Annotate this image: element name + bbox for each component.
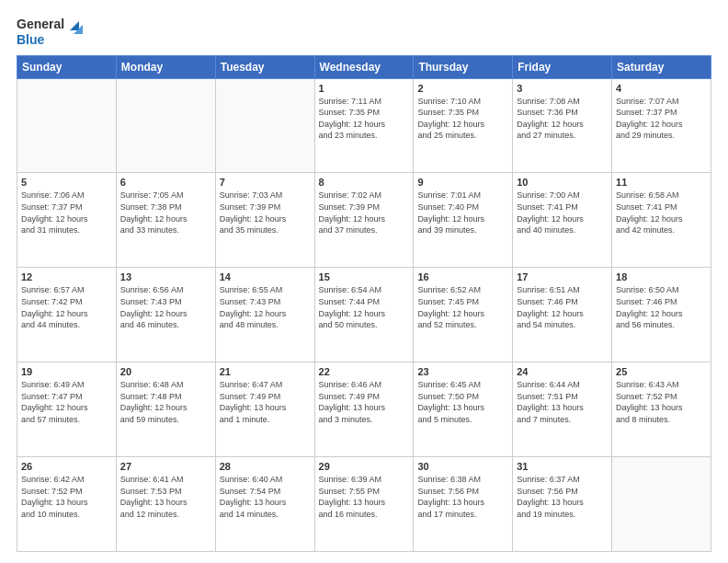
header: General Blue bbox=[17, 17, 711, 48]
day-number: 18 bbox=[616, 271, 707, 282]
day-info: Sunrise: 6:58 AM Sunset: 7:41 PM Dayligh… bbox=[616, 190, 707, 236]
day-number: 22 bbox=[319, 366, 410, 377]
col-tuesday: Tuesday bbox=[215, 55, 314, 78]
table-row: 8Sunrise: 7:02 AM Sunset: 7:39 PM Daylig… bbox=[314, 173, 414, 268]
logo-general: General bbox=[17, 17, 64, 32]
calendar-week-row: 5Sunrise: 7:06 AM Sunset: 7:37 PM Daylig… bbox=[17, 173, 711, 268]
table-row: 10Sunrise: 7:00 AM Sunset: 7:41 PM Dayli… bbox=[513, 173, 612, 268]
day-number: 29 bbox=[319, 461, 410, 472]
day-info: Sunrise: 6:45 AM Sunset: 7:50 PM Dayligh… bbox=[417, 379, 508, 425]
day-info: Sunrise: 6:38 AM Sunset: 7:56 PM Dayligh… bbox=[417, 474, 508, 520]
table-row: 5Sunrise: 7:06 AM Sunset: 7:37 PM Daylig… bbox=[17, 173, 117, 268]
table-row: 18Sunrise: 6:50 AM Sunset: 7:46 PM Dayli… bbox=[612, 268, 711, 362]
day-info: Sunrise: 6:54 AM Sunset: 7:44 PM Dayligh… bbox=[319, 284, 410, 330]
day-number: 12 bbox=[21, 271, 112, 282]
table-row: 31Sunrise: 6:37 AM Sunset: 7:56 PM Dayli… bbox=[513, 457, 612, 552]
table-row: 23Sunrise: 6:45 AM Sunset: 7:50 PM Dayli… bbox=[414, 362, 513, 457]
table-row: 21Sunrise: 6:47 AM Sunset: 7:49 PM Dayli… bbox=[215, 362, 314, 457]
col-thursday: Thursday bbox=[414, 55, 513, 78]
day-info: Sunrise: 7:06 AM Sunset: 7:37 PM Dayligh… bbox=[21, 190, 112, 236]
table-row: 12Sunrise: 6:57 AM Sunset: 7:42 PM Dayli… bbox=[17, 268, 117, 362]
table-row: 14Sunrise: 6:55 AM Sunset: 7:43 PM Dayli… bbox=[215, 268, 314, 362]
table-row: 13Sunrise: 6:56 AM Sunset: 7:43 PM Dayli… bbox=[116, 268, 215, 362]
day-number: 23 bbox=[417, 366, 508, 377]
table-row: 28Sunrise: 6:40 AM Sunset: 7:54 PM Dayli… bbox=[215, 457, 314, 552]
day-number: 19 bbox=[21, 366, 112, 377]
table-row bbox=[612, 457, 711, 552]
day-number: 21 bbox=[220, 366, 311, 377]
day-info: Sunrise: 6:46 AM Sunset: 7:49 PM Dayligh… bbox=[319, 379, 410, 425]
calendar-week-row: 12Sunrise: 6:57 AM Sunset: 7:42 PM Dayli… bbox=[17, 268, 711, 362]
day-info: Sunrise: 6:51 AM Sunset: 7:46 PM Dayligh… bbox=[517, 284, 608, 330]
day-number: 26 bbox=[21, 461, 112, 472]
day-number: 7 bbox=[220, 177, 311, 188]
day-number: 14 bbox=[220, 271, 311, 282]
table-row: 22Sunrise: 6:46 AM Sunset: 7:49 PM Dayli… bbox=[314, 362, 414, 457]
day-number: 13 bbox=[120, 271, 211, 282]
day-info: Sunrise: 6:44 AM Sunset: 7:51 PM Dayligh… bbox=[517, 379, 608, 425]
day-number: 11 bbox=[616, 177, 707, 188]
day-info: Sunrise: 6:42 AM Sunset: 7:52 PM Dayligh… bbox=[21, 474, 112, 520]
day-info: Sunrise: 7:11 AM Sunset: 7:35 PM Dayligh… bbox=[319, 96, 410, 142]
table-row: 20Sunrise: 6:48 AM Sunset: 7:48 PM Dayli… bbox=[116, 362, 215, 457]
day-info: Sunrise: 7:08 AM Sunset: 7:36 PM Dayligh… bbox=[517, 96, 608, 142]
svg-marker-0 bbox=[70, 21, 79, 30]
calendar-header-row: Sunday Monday Tuesday Wednesday Thursday… bbox=[17, 55, 711, 78]
col-wednesday: Wednesday bbox=[314, 55, 414, 78]
table-row: 7Sunrise: 7:03 AM Sunset: 7:39 PM Daylig… bbox=[215, 173, 314, 268]
day-info: Sunrise: 7:03 AM Sunset: 7:39 PM Dayligh… bbox=[220, 190, 311, 236]
day-number: 3 bbox=[517, 83, 608, 94]
day-number: 4 bbox=[616, 83, 707, 94]
day-info: Sunrise: 7:01 AM Sunset: 7:40 PM Dayligh… bbox=[417, 190, 508, 236]
calendar-table: Sunday Monday Tuesday Wednesday Thursday… bbox=[17, 55, 711, 552]
day-info: Sunrise: 7:10 AM Sunset: 7:35 PM Dayligh… bbox=[417, 96, 508, 142]
day-info: Sunrise: 7:02 AM Sunset: 7:39 PM Dayligh… bbox=[319, 190, 410, 236]
day-number: 20 bbox=[120, 366, 211, 377]
table-row: 26Sunrise: 6:42 AM Sunset: 7:52 PM Dayli… bbox=[17, 457, 117, 552]
day-info: Sunrise: 6:57 AM Sunset: 7:42 PM Dayligh… bbox=[21, 284, 112, 330]
table-row: 6Sunrise: 7:05 AM Sunset: 7:38 PM Daylig… bbox=[116, 173, 215, 268]
calendar-week-row: 1Sunrise: 7:11 AM Sunset: 7:35 PM Daylig… bbox=[17, 78, 711, 173]
table-row: 30Sunrise: 6:38 AM Sunset: 7:56 PM Dayli… bbox=[414, 457, 513, 552]
day-number: 16 bbox=[417, 271, 508, 282]
day-info: Sunrise: 6:41 AM Sunset: 7:53 PM Dayligh… bbox=[120, 474, 211, 520]
day-number: 27 bbox=[120, 461, 211, 472]
table-row: 2Sunrise: 7:10 AM Sunset: 7:35 PM Daylig… bbox=[414, 78, 513, 173]
day-info: Sunrise: 6:56 AM Sunset: 7:43 PM Dayligh… bbox=[120, 284, 211, 330]
table-row: 29Sunrise: 6:39 AM Sunset: 7:55 PM Dayli… bbox=[314, 457, 414, 552]
day-number: 5 bbox=[21, 177, 112, 188]
table-row: 9Sunrise: 7:01 AM Sunset: 7:40 PM Daylig… bbox=[414, 173, 513, 268]
table-row: 1Sunrise: 7:11 AM Sunset: 7:35 PM Daylig… bbox=[314, 78, 414, 173]
col-friday: Friday bbox=[513, 55, 612, 78]
day-number: 28 bbox=[220, 461, 311, 472]
day-info: Sunrise: 7:07 AM Sunset: 7:37 PM Dayligh… bbox=[616, 96, 707, 142]
calendar-week-row: 26Sunrise: 6:42 AM Sunset: 7:52 PM Dayli… bbox=[17, 457, 711, 552]
table-row bbox=[17, 78, 117, 173]
day-number: 2 bbox=[417, 83, 508, 94]
day-number: 25 bbox=[616, 366, 707, 377]
day-info: Sunrise: 6:49 AM Sunset: 7:47 PM Dayligh… bbox=[21, 379, 112, 425]
day-info: Sunrise: 6:39 AM Sunset: 7:55 PM Dayligh… bbox=[319, 474, 410, 520]
table-row bbox=[116, 78, 215, 173]
day-number: 9 bbox=[417, 177, 508, 188]
table-row: 3Sunrise: 7:08 AM Sunset: 7:36 PM Daylig… bbox=[513, 78, 612, 173]
day-number: 30 bbox=[417, 461, 508, 472]
day-info: Sunrise: 6:48 AM Sunset: 7:48 PM Dayligh… bbox=[120, 379, 211, 425]
day-info: Sunrise: 6:52 AM Sunset: 7:45 PM Dayligh… bbox=[417, 284, 508, 330]
logo-blue: Blue bbox=[17, 32, 64, 48]
day-number: 8 bbox=[319, 177, 410, 188]
table-row: 11Sunrise: 6:58 AM Sunset: 7:41 PM Dayli… bbox=[612, 173, 711, 268]
table-row: 19Sunrise: 6:49 AM Sunset: 7:47 PM Dayli… bbox=[17, 362, 117, 457]
table-row: 24Sunrise: 6:44 AM Sunset: 7:51 PM Dayli… bbox=[513, 362, 612, 457]
table-row: 15Sunrise: 6:54 AM Sunset: 7:44 PM Dayli… bbox=[314, 268, 414, 362]
day-number: 1 bbox=[319, 83, 410, 94]
day-number: 15 bbox=[319, 271, 410, 282]
day-info: Sunrise: 6:50 AM Sunset: 7:46 PM Dayligh… bbox=[616, 284, 707, 330]
day-number: 31 bbox=[517, 461, 608, 472]
day-info: Sunrise: 6:40 AM Sunset: 7:54 PM Dayligh… bbox=[220, 474, 311, 520]
logo-arrow-icon bbox=[66, 17, 85, 36]
day-info: Sunrise: 6:43 AM Sunset: 7:52 PM Dayligh… bbox=[616, 379, 707, 425]
logo: General Blue bbox=[17, 17, 85, 48]
table-row: 17Sunrise: 6:51 AM Sunset: 7:46 PM Dayli… bbox=[513, 268, 612, 362]
table-row: 4Sunrise: 7:07 AM Sunset: 7:37 PM Daylig… bbox=[612, 78, 711, 173]
